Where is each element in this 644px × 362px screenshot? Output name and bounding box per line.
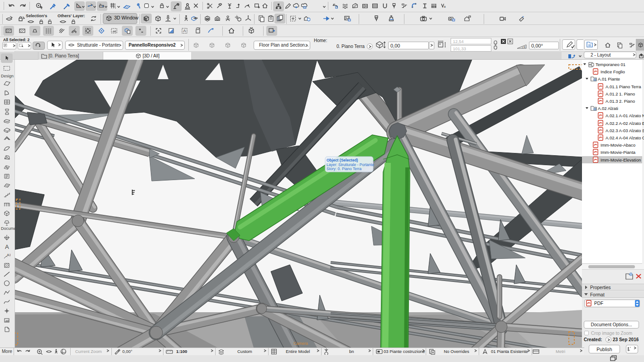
- svg-text:A: A: [5, 243, 9, 250]
- svg-text:a: a: [444, 5, 446, 9]
- svg-text:Camera: Camera: [293, 341, 308, 346]
- svg-text:Object (Selected): Object (Selected): [327, 158, 358, 162]
- svg-text:A1: A1: [7, 253, 10, 257]
- svg-text:A: A: [183, 29, 186, 33]
- svg-text:Story: 0. Piano Terra: Story: 0. Piano Terra: [327, 167, 362, 171]
- svg-text:α: α: [524, 45, 525, 48]
